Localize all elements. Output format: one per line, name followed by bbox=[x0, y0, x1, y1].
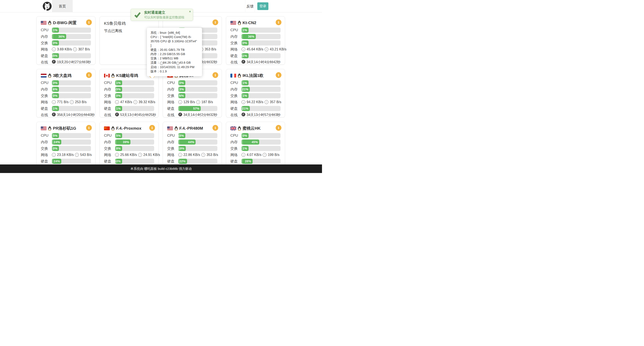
swap-percent-value: 19% bbox=[178, 147, 184, 150]
net-label: 网络 bbox=[41, 152, 52, 158]
uptime-value-wrap: 34天13小时57分钟3秒 bbox=[242, 112, 280, 117]
cpu-percent-value: 0% bbox=[242, 134, 247, 137]
tooltip-line: 启动：10/14/2020, 11:49:29 PM bbox=[150, 65, 198, 69]
cpu-progress-fill: 0% bbox=[242, 133, 248, 138]
flag-nl-icon bbox=[41, 74, 46, 78]
swap-row: 交换0% bbox=[230, 40, 280, 46]
mem-row: 内存39% bbox=[104, 140, 154, 144]
cpu-label: CPU bbox=[167, 134, 178, 138]
swap-progress-fill: 1% bbox=[242, 146, 248, 151]
disk-percent-value: 57% bbox=[193, 107, 199, 110]
nav-tab-home[interactable]: 首页 bbox=[52, 0, 72, 12]
toast-close-icon[interactable]: × bbox=[189, 10, 191, 13]
mem-progress-fill: 36% bbox=[52, 34, 66, 39]
download-arrow-icon: ↓ bbox=[52, 153, 56, 157]
swap-label: 交换 bbox=[104, 146, 115, 151]
swap-label: 交换 bbox=[41, 146, 52, 151]
net-label: 网络 bbox=[230, 100, 242, 105]
swap-label: 交换 bbox=[41, 40, 52, 46]
login-button[interactable]: 登录 bbox=[257, 2, 268, 10]
uptime-value: 34天14小时4分钟42秒 bbox=[246, 60, 280, 64]
mem-label: 内存 bbox=[104, 87, 115, 92]
mem-percent-value: 45% bbox=[252, 140, 258, 144]
disk-progress-fill: 24% bbox=[52, 159, 61, 164]
swap-label: 交换 bbox=[41, 93, 52, 98]
net-row: 网络↓23.18 KB/s↑543 B/s bbox=[41, 152, 91, 158]
info-icon[interactable]: i bbox=[212, 125, 218, 131]
upload-arrow-icon: ↑ bbox=[201, 153, 205, 157]
linux-tux-icon bbox=[174, 126, 178, 130]
server-card: IKL法国1欧iCPU1%内存21%交换1%网络↓94.22 KB/s↑357 … bbox=[226, 69, 285, 118]
info-icon[interactable]: i bbox=[86, 72, 92, 78]
flag-gb-icon bbox=[230, 126, 236, 130]
offline-status-text: 节点已离线 bbox=[104, 28, 154, 33]
net-upload-value: 253 B/s bbox=[75, 100, 86, 104]
net-row: 网络↓45.64 KB/s↑43.21 KB/s bbox=[230, 47, 280, 52]
disk-row: 硬盘22% bbox=[167, 159, 217, 164]
nav-link-feedback[interactable]: 反馈 bbox=[245, 0, 255, 12]
net-label: 网络 bbox=[41, 100, 52, 105]
uptime-value: 19天20小时27分钟3秒 bbox=[57, 60, 91, 64]
info-icon[interactable]: i bbox=[276, 20, 282, 25]
net-upload-value: 187 B/s bbox=[201, 100, 213, 104]
info-icon[interactable]: i bbox=[149, 125, 155, 131]
swap-percent-value: 0% bbox=[53, 41, 58, 45]
tooltip-line: 硬盘：20.81 GB/1.79 TB bbox=[150, 48, 198, 52]
tooltip-line: 交换：2 MB/511 MB bbox=[150, 56, 198, 60]
server-card: F.4.-ProxmoxiCPU5%内存39%交换8%网络↓25.66 KB/s… bbox=[100, 122, 159, 170]
swap-row: 交换0% bbox=[104, 93, 154, 98]
footer-bar: 本系统由 哪吒面板 build·c23b88b 强力驱动 bbox=[0, 164, 322, 173]
disk-progressbar: 11% bbox=[242, 53, 280, 58]
footer-text: 本系统由 哪吒面板 build·c23b88b 强力驱动 bbox=[130, 167, 192, 171]
info-icon[interactable]: i bbox=[212, 72, 218, 78]
tooltip-line-value: 0.1.9 bbox=[160, 70, 167, 73]
cpu-progressbar: 0% bbox=[52, 80, 91, 86]
check-icon bbox=[134, 11, 141, 18]
server-name: F.4.-PR480M bbox=[179, 126, 203, 131]
net-row: 网络↓3.69 KB/s↑307 B/s bbox=[41, 47, 91, 52]
download-arrow-icon: ↓ bbox=[242, 48, 245, 51]
mem-progressbar: 44% bbox=[178, 140, 217, 144]
card-title-row: KS建站母鸡 bbox=[104, 72, 154, 78]
cpu-percent-value: 1% bbox=[242, 81, 247, 84]
swap-row: 交换8% bbox=[104, 146, 154, 151]
net-download-value: 4.07 KB/s bbox=[246, 153, 261, 157]
disk-label: 硬盘 bbox=[167, 106, 178, 111]
cpu-progressbar: 15% bbox=[178, 133, 217, 138]
cpu-progressbar: 1% bbox=[52, 28, 91, 33]
upload-arrow-icon: ↑ bbox=[138, 153, 142, 157]
disk-percent-value: 21% bbox=[242, 107, 248, 110]
uptime-row: 在线356天14小时20分钟40秒 bbox=[41, 112, 91, 118]
swap-progress-fill: 0% bbox=[115, 93, 122, 98]
disk-percent-value: 1% bbox=[53, 107, 58, 110]
uptime-label: 在线 bbox=[167, 112, 178, 118]
info-icon[interactable]: i bbox=[86, 20, 92, 25]
tooltip-line: 版本：0.1.9 bbox=[150, 69, 198, 74]
info-icon[interactable]: i bbox=[86, 125, 92, 131]
card-title-row: F.4.-PR480M bbox=[167, 125, 217, 131]
clock-icon bbox=[115, 112, 119, 117]
cpu-label: CPU bbox=[104, 134, 115, 138]
cpu-progressbar: 5% bbox=[52, 133, 91, 138]
cpu-row: CPU5% bbox=[41, 133, 91, 138]
mem-progress-fill: 15% bbox=[115, 87, 122, 92]
info-icon[interactable]: i bbox=[212, 20, 218, 25]
mem-row: 内存21% bbox=[230, 87, 280, 92]
info-icon[interactable]: i bbox=[276, 125, 282, 131]
disk-progressbar: 21% bbox=[242, 106, 280, 111]
info-icon[interactable]: i bbox=[276, 72, 282, 78]
mem-label: 内存 bbox=[230, 140, 242, 144]
download-arrow-icon: ↓ bbox=[242, 100, 245, 104]
cpu-progress-fill: 1% bbox=[52, 28, 59, 33]
net-values: ↓47 KB/s↑39.32 KB/s bbox=[115, 100, 155, 104]
tooltip-line-label: 硬盘： bbox=[150, 48, 160, 52]
cpu-percent-value: 0% bbox=[53, 81, 58, 84]
tooltip-line-label: CPU： bbox=[150, 35, 160, 39]
site-logo-avatar[interactable] bbox=[43, 2, 52, 11]
cpu-row: CPU0% bbox=[167, 80, 217, 86]
uptime-value: 34天14小时2分钟32秒 bbox=[184, 113, 217, 117]
upload-arrow-icon: ↑ bbox=[134, 100, 137, 104]
server-card: D-BWG-闲置iCPU1%内存36%交换0%网络↓3.69 KB/s↑307 … bbox=[36, 16, 96, 65]
mem-progressbar: 36% bbox=[52, 34, 91, 39]
net-label: 网络 bbox=[230, 152, 242, 158]
